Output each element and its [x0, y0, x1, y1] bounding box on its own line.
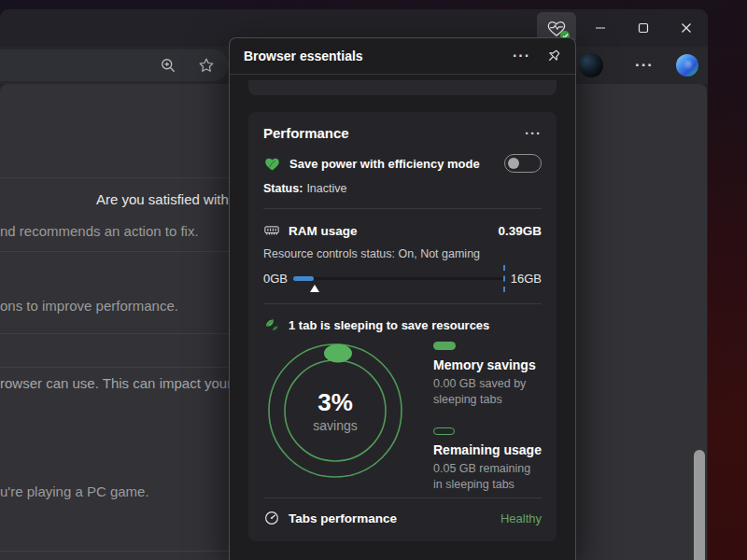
leaf-heart-icon [263, 155, 281, 172]
divider [0, 333, 229, 334]
browser-essentials-panel: Browser essentials ··· Performance ··· [229, 37, 576, 560]
address-bar[interactable] [0, 49, 229, 81]
minimize-button[interactable] [579, 9, 622, 47]
settings-page-text: Are you satisfied with pe nd recommends … [0, 84, 229, 560]
savings-label: savings [313, 418, 357, 433]
close-button[interactable] [665, 9, 708, 47]
legend-description: 0.00 GB saved by sleeping tabs [433, 376, 542, 407]
sleeping-tabs-row: 1 tab is sleeping to save resources [263, 316, 542, 333]
savings-donut-chart: 3% savings [265, 341, 405, 481]
performance-title: Performance [263, 125, 349, 141]
divider [0, 177, 229, 178]
efficiency-mode-toggle[interactable] [504, 154, 542, 173]
window-controls [579, 9, 708, 47]
savings-chart-row: 3% savings Memory savings 0.00 GB saved … [263, 341, 542, 492]
speedometer-icon [263, 510, 280, 526]
legend-remaining-usage: Remaining usage 0.05 GB remaining in sle… [433, 427, 542, 492]
ram-usage-value: 0.39GB [498, 224, 542, 238]
pin-icon[interactable] [545, 49, 561, 64]
efficiency-status: Status:Inactive [263, 182, 542, 195]
divider [263, 497, 542, 498]
more-options-icon[interactable]: ··· [633, 47, 655, 84]
heart-pulse-icon [546, 19, 567, 37]
browser-window: ··· Are you satisfied with pe nd recomme… [0, 9, 708, 560]
ram-usage-label: RAM usage [289, 224, 498, 238]
divider [263, 303, 542, 304]
panel-scroll-area[interactable]: Performance ··· Save power with efficien… [230, 76, 575, 560]
page-heading-text: Are you satisfied with pe [96, 191, 229, 207]
status-value: Inactive [306, 182, 346, 195]
performance-card-header: Performance ··· [263, 125, 542, 141]
legend-description: 0.05 GB remaining in sleeping tabs [433, 461, 542, 492]
status-label: Status: [263, 182, 303, 195]
tabs-performance-row: Tabs performance Healthy [263, 510, 542, 526]
outline-swatch-icon [433, 427, 455, 435]
slider-min-label: 0GB [263, 272, 288, 286]
tabs-performance-status: Healthy [500, 511, 542, 525]
ram-chip-icon [263, 222, 280, 239]
performance-more-icon[interactable]: ··· [525, 125, 542, 141]
sleeping-tabs-headline: 1 tab is sleeping to save resources [289, 318, 489, 332]
favorites-star-icon[interactable] [197, 56, 216, 75]
filled-swatch-icon [433, 342, 456, 350]
profile-avatar[interactable] [579, 53, 603, 77]
ram-slider-marker[interactable] [310, 285, 319, 292]
panel-title: Browser essentials [244, 49, 513, 63]
slider-max-label: 16GB [511, 272, 542, 286]
chart-legend: Memory savings 0.00 GB saved by sleeping… [433, 341, 542, 492]
ram-usage-row: RAM usage 0.39GB [263, 222, 542, 239]
ram-limit-dashed-line [503, 265, 505, 292]
tabs-performance-label: Tabs performance [289, 511, 500, 525]
divider [0, 551, 229, 552]
legend-memory-savings: Memory savings 0.00 GB saved by sleeping… [433, 342, 542, 407]
panel-header: Browser essentials ··· [230, 38, 575, 75]
divider [263, 208, 542, 209]
efficiency-mode-label: Save power with efficiency mode [289, 157, 504, 171]
page-text-line: u're playing a PC game. [0, 483, 149, 499]
ram-slider[interactable] [293, 277, 505, 280]
resource-controls-status: Resource controls status: On, Not gaming [263, 247, 542, 260]
legend-title: Memory savings [433, 357, 542, 372]
panel-more-icon[interactable]: ··· [513, 48, 530, 64]
efficiency-mode-row: Save power with efficiency mode [263, 154, 542, 173]
page-text-line: ons to improve performance. [0, 298, 178, 314]
divider [0, 367, 229, 368]
ram-slider-fill [293, 276, 314, 281]
maximize-button[interactable] [622, 9, 665, 47]
donut-center-text: 3% savings [265, 341, 405, 481]
legend-title: Remaining usage [433, 442, 542, 457]
page-text-line: nd recommends an action to fix. [0, 223, 199, 239]
toggle-knob [508, 158, 519, 169]
page-text-line: rowser can use. This can impact your bro… [0, 375, 229, 391]
performance-card: Performance ··· Save power with efficien… [248, 112, 557, 541]
ram-slider-row: 0GB 16GB [263, 266, 542, 290]
leaf-icon [263, 316, 280, 333]
divider [0, 251, 229, 252]
zoom-in-icon[interactable] [159, 56, 177, 75]
savings-percent: 3% [317, 388, 353, 417]
page-scrollbar-thumb[interactable] [694, 450, 705, 560]
previous-card-partial [248, 80, 557, 95]
copilot-icon[interactable] [676, 54, 698, 77]
